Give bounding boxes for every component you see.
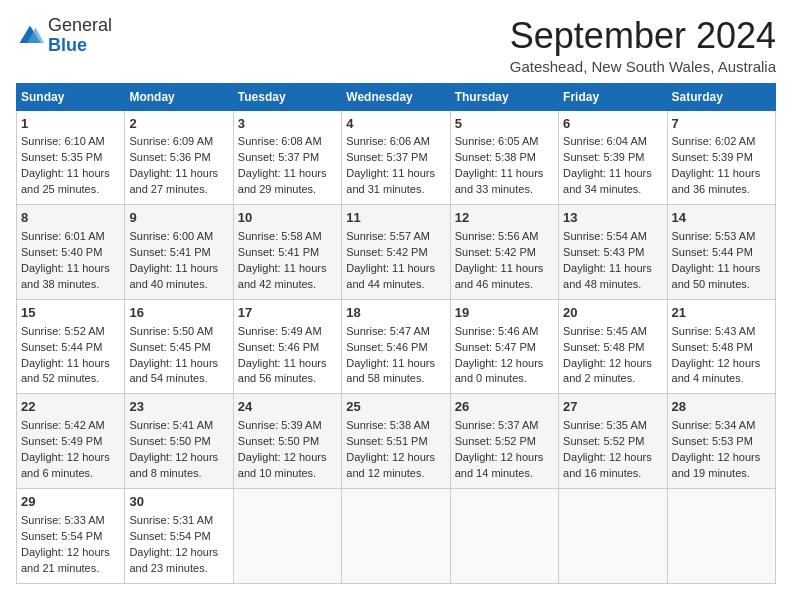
day-info: Sunrise: 5:58 AM	[238, 229, 337, 245]
calendar-cell: 13Sunrise: 5:54 AMSunset: 5:43 PMDayligh…	[559, 205, 667, 300]
day-info: and 2 minutes.	[563, 371, 662, 387]
calendar-cell	[233, 488, 341, 583]
day-info: and 42 minutes.	[238, 277, 337, 293]
calendar-cell: 25Sunrise: 5:38 AMSunset: 5:51 PMDayligh…	[342, 394, 450, 489]
day-info: Sunrise: 5:34 AM	[672, 418, 771, 434]
day-info: Sunrise: 5:33 AM	[21, 513, 120, 529]
day-info: and 56 minutes.	[238, 371, 337, 387]
day-info: and 31 minutes.	[346, 182, 445, 198]
day-info: Sunset: 5:37 PM	[346, 150, 445, 166]
calendar-cell	[450, 488, 558, 583]
col-header-saturday: Saturday	[667, 83, 775, 110]
day-number: 24	[238, 398, 337, 417]
calendar-cell: 4Sunrise: 6:06 AMSunset: 5:37 PMDaylight…	[342, 110, 450, 205]
day-info: Sunrise: 6:02 AM	[672, 134, 771, 150]
day-info: Sunset: 5:44 PM	[21, 340, 120, 356]
day-info: Sunrise: 5:47 AM	[346, 324, 445, 340]
day-number: 12	[455, 209, 554, 228]
day-info: Daylight: 11 hours	[129, 166, 228, 182]
calendar-cell: 8Sunrise: 6:01 AMSunset: 5:40 PMDaylight…	[17, 205, 125, 300]
calendar-cell: 30Sunrise: 5:31 AMSunset: 5:54 PMDayligh…	[125, 488, 233, 583]
day-info: Sunrise: 6:04 AM	[563, 134, 662, 150]
day-info: and 12 minutes.	[346, 466, 445, 482]
day-info: and 16 minutes.	[563, 466, 662, 482]
day-info: Sunrise: 5:41 AM	[129, 418, 228, 434]
day-info: and 0 minutes.	[455, 371, 554, 387]
day-info: Sunrise: 5:42 AM	[21, 418, 120, 434]
calendar-cell: 19Sunrise: 5:46 AMSunset: 5:47 PMDayligh…	[450, 299, 558, 394]
calendar-cell: 16Sunrise: 5:50 AMSunset: 5:45 PMDayligh…	[125, 299, 233, 394]
day-info: and 38 minutes.	[21, 277, 120, 293]
day-info: Daylight: 12 hours	[129, 545, 228, 561]
day-info: Sunset: 5:54 PM	[21, 529, 120, 545]
day-info: Daylight: 11 hours	[563, 261, 662, 277]
day-info: Daylight: 11 hours	[129, 261, 228, 277]
day-info: Sunrise: 5:54 AM	[563, 229, 662, 245]
day-info: Daylight: 11 hours	[672, 166, 771, 182]
calendar-week-3: 15Sunrise: 5:52 AMSunset: 5:44 PMDayligh…	[17, 299, 776, 394]
day-number: 10	[238, 209, 337, 228]
day-info: Daylight: 12 hours	[21, 545, 120, 561]
day-info: Daylight: 12 hours	[455, 450, 554, 466]
day-info: Sunset: 5:46 PM	[238, 340, 337, 356]
day-info: Sunrise: 5:39 AM	[238, 418, 337, 434]
month-title: September 2024	[510, 16, 776, 56]
day-number: 13	[563, 209, 662, 228]
day-info: Sunrise: 5:50 AM	[129, 324, 228, 340]
day-number: 14	[672, 209, 771, 228]
calendar-cell: 6Sunrise: 6:04 AMSunset: 5:39 PMDaylight…	[559, 110, 667, 205]
day-info: Daylight: 11 hours	[238, 166, 337, 182]
day-number: 26	[455, 398, 554, 417]
day-info: Sunrise: 5:38 AM	[346, 418, 445, 434]
day-info: Sunrise: 5:49 AM	[238, 324, 337, 340]
day-number: 17	[238, 304, 337, 323]
col-header-thursday: Thursday	[450, 83, 558, 110]
calendar-week-2: 8Sunrise: 6:01 AMSunset: 5:40 PMDaylight…	[17, 205, 776, 300]
day-info: and 25 minutes.	[21, 182, 120, 198]
day-info: and 19 minutes.	[672, 466, 771, 482]
day-info: Daylight: 11 hours	[672, 261, 771, 277]
day-info: Daylight: 11 hours	[563, 166, 662, 182]
day-number: 3	[238, 115, 337, 134]
day-info: Daylight: 12 hours	[346, 450, 445, 466]
day-info: Daylight: 11 hours	[346, 166, 445, 182]
day-info: Sunset: 5:43 PM	[563, 245, 662, 261]
day-info: Sunrise: 6:10 AM	[21, 134, 120, 150]
day-info: Daylight: 12 hours	[21, 450, 120, 466]
day-number: 20	[563, 304, 662, 323]
day-number: 4	[346, 115, 445, 134]
calendar-cell: 22Sunrise: 5:42 AMSunset: 5:49 PMDayligh…	[17, 394, 125, 489]
day-info: Sunset: 5:51 PM	[346, 434, 445, 450]
day-info: and 21 minutes.	[21, 561, 120, 577]
day-info: Sunset: 5:42 PM	[346, 245, 445, 261]
calendar-cell: 11Sunrise: 5:57 AMSunset: 5:42 PMDayligh…	[342, 205, 450, 300]
col-header-friday: Friday	[559, 83, 667, 110]
day-info: and 50 minutes.	[672, 277, 771, 293]
day-info: Sunset: 5:39 PM	[672, 150, 771, 166]
day-info: and 23 minutes.	[129, 561, 228, 577]
day-info: Sunset: 5:38 PM	[455, 150, 554, 166]
day-number: 23	[129, 398, 228, 417]
calendar-cell: 14Sunrise: 5:53 AMSunset: 5:44 PMDayligh…	[667, 205, 775, 300]
day-number: 7	[672, 115, 771, 134]
day-info: Sunset: 5:49 PM	[21, 434, 120, 450]
calendar-cell: 23Sunrise: 5:41 AMSunset: 5:50 PMDayligh…	[125, 394, 233, 489]
calendar-cell: 17Sunrise: 5:49 AMSunset: 5:46 PMDayligh…	[233, 299, 341, 394]
day-info: Daylight: 12 hours	[563, 450, 662, 466]
day-info: Sunrise: 6:09 AM	[129, 134, 228, 150]
day-info: Sunset: 5:50 PM	[129, 434, 228, 450]
day-info: Sunrise: 6:01 AM	[21, 229, 120, 245]
logo-blue-text: Blue	[48, 35, 87, 55]
calendar-cell: 10Sunrise: 5:58 AMSunset: 5:41 PMDayligh…	[233, 205, 341, 300]
logo-general-text: General	[48, 15, 112, 35]
day-info: Daylight: 11 hours	[21, 356, 120, 372]
day-info: Sunrise: 5:37 AM	[455, 418, 554, 434]
col-header-wednesday: Wednesday	[342, 83, 450, 110]
day-info: and 8 minutes.	[129, 466, 228, 482]
calendar-cell: 21Sunrise: 5:43 AMSunset: 5:48 PMDayligh…	[667, 299, 775, 394]
day-number: 1	[21, 115, 120, 134]
day-info: and 33 minutes.	[455, 182, 554, 198]
day-number: 15	[21, 304, 120, 323]
day-info: Daylight: 11 hours	[346, 356, 445, 372]
day-info: Sunset: 5:46 PM	[346, 340, 445, 356]
